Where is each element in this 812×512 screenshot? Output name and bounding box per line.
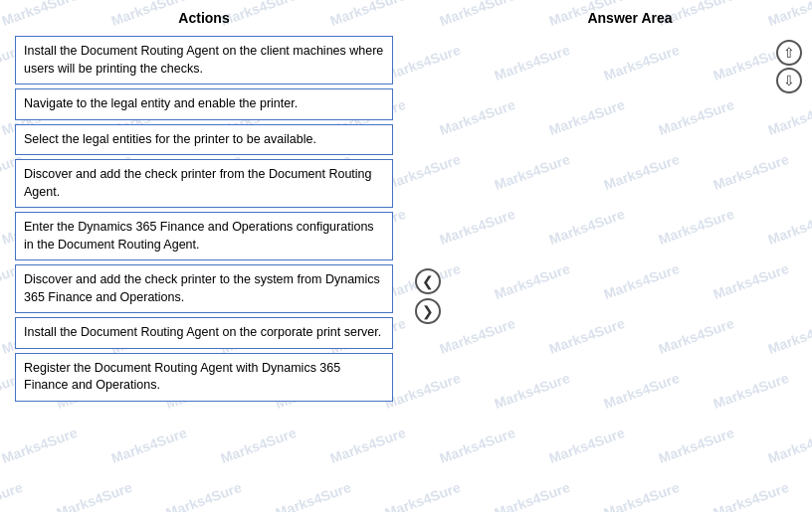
transfer-buttons: ❮ ❯ bbox=[408, 0, 448, 512]
action-item-7[interactable]: Install the Document Routing Agent on th… bbox=[15, 317, 393, 349]
actions-title: Actions bbox=[15, 10, 393, 26]
answer-area-title: Answer Area bbox=[463, 10, 797, 26]
move-down-button[interactable]: ⇩ bbox=[776, 68, 802, 93]
move-right-button[interactable]: ❯ bbox=[415, 298, 441, 324]
main-container: Actions Install the Document Routing Age… bbox=[0, 0, 812, 512]
action-item-2[interactable]: Navigate to the legal entity and enable … bbox=[15, 88, 393, 120]
action-item-6[interactable]: Discover and add the check printer to th… bbox=[15, 264, 393, 313]
answer-order-buttons: ⇧ ⇩ bbox=[776, 40, 802, 93]
action-item-4[interactable]: Discover and add the check printer from … bbox=[15, 159, 393, 208]
action-item-8[interactable]: Register the Document Routing Agent with… bbox=[15, 353, 393, 402]
move-left-button[interactable]: ❮ bbox=[415, 268, 441, 294]
action-item-1[interactable]: Install the Document Routing Agent on th… bbox=[15, 36, 393, 85]
action-item-5[interactable]: Enter the Dynamics 365 Finance and Opera… bbox=[15, 212, 393, 260]
actions-panel: Actions Install the Document Routing Age… bbox=[0, 0, 408, 512]
answer-panel: Answer Area ⇧ ⇩ bbox=[448, 0, 812, 512]
action-item-3[interactable]: Select the legal entities for the printe… bbox=[15, 124, 393, 156]
move-up-button[interactable]: ⇧ bbox=[776, 40, 802, 66]
